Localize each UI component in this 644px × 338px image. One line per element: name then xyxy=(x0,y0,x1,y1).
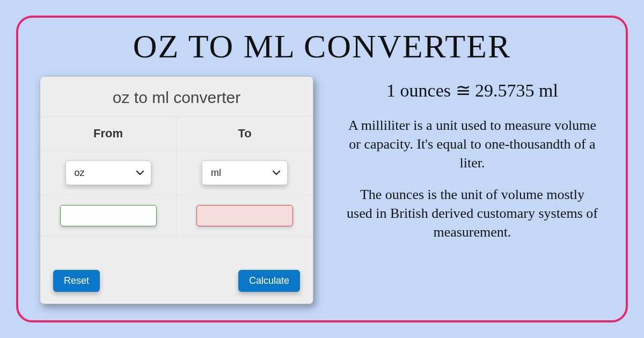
to-label: To xyxy=(238,127,251,141)
page-title: OZ TO ML CONVERTER xyxy=(40,27,604,65)
from-unit-select[interactable]: oz xyxy=(65,160,151,185)
from-input-cell xyxy=(40,195,177,237)
from-select-wrap: oz xyxy=(65,160,151,185)
conversion-equation: 1 ounces ≅ 29.5735 ml xyxy=(386,79,558,101)
to-header-cell: To xyxy=(177,117,313,151)
main-frame: OZ TO ML CONVERTER oz to ml converter Fr… xyxy=(16,16,628,322)
to-input-cell xyxy=(177,195,313,237)
converter-card: oz to ml converter From To oz xyxy=(40,76,313,304)
to-value-input[interactable] xyxy=(196,205,293,226)
to-select-wrap: ml xyxy=(202,160,288,185)
ml-description: A milliliter is a unit used to measure v… xyxy=(346,116,598,172)
card-title: oz to ml converter xyxy=(40,77,313,116)
converter-grid: From To oz xyxy=(40,116,313,237)
reset-button[interactable]: Reset xyxy=(53,270,100,292)
from-select-cell: oz xyxy=(40,151,177,195)
from-value-input[interactable] xyxy=(60,205,157,226)
button-row: Reset Calculate xyxy=(40,259,313,304)
from-header-cell: From xyxy=(40,117,177,151)
to-select-cell: ml xyxy=(177,151,313,195)
oz-description: The ounces is the unit of volume mostly … xyxy=(346,185,598,241)
from-label: From xyxy=(93,127,123,141)
info-column: 1 ounces ≅ 29.5735 ml A milliliter is a … xyxy=(340,76,604,304)
content-row: oz to ml converter From To oz xyxy=(40,76,604,304)
calculate-button[interactable]: Calculate xyxy=(238,270,300,292)
to-unit-select[interactable]: ml xyxy=(202,160,288,185)
